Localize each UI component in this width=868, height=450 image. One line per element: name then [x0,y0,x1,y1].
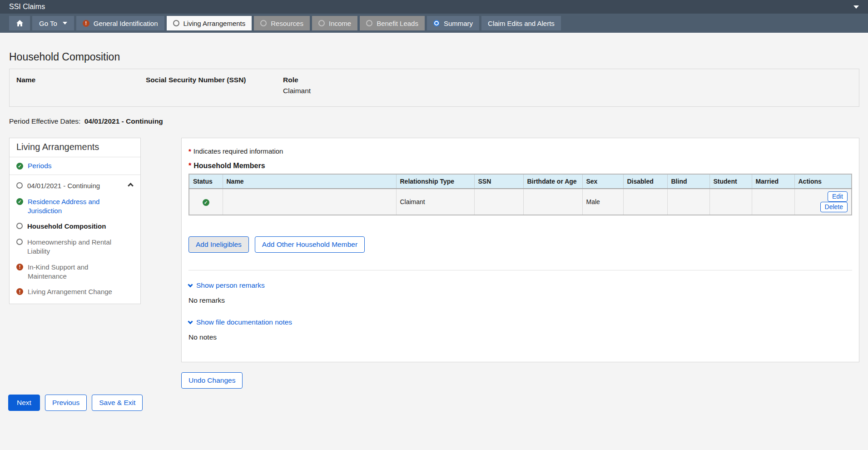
table-row: Claimant Male Edit Delete [189,189,852,215]
table-header-row: Status Name Relationship Type SSN Birthd… [189,174,852,189]
circle-icon [16,239,23,245]
alert-icon [16,264,23,270]
circle-icon [366,20,372,26]
role-value: Claimant [283,87,852,95]
circle-icon [318,20,325,26]
app-title: SSI Claims [9,3,45,11]
circle-icon [173,20,179,26]
edit-button[interactable]: Edit [828,191,848,202]
col-ssn: SSN [474,174,523,189]
check-circle-icon [16,163,23,170]
required-note: *Indicates required information [188,147,852,155]
person-header-role-col: Role Claimant [283,76,852,100]
person-header: Name Social Security Number (SSN) Role C… [9,69,859,107]
no-remarks-text: No remarks [188,296,852,305]
name-column-label: Name [16,76,146,84]
sidebar-item-living-arrangement-change[interactable]: Living Arrangement Change [16,287,134,296]
tab-claim-edits-and-alerts[interactable]: Claim Edits and Alerts [481,16,561,30]
check-circle-icon [16,198,23,205]
person-header-ssn-col: Social Security Number (SSN) [146,76,283,100]
actions-cell: Edit Delete [794,189,852,215]
undo-changes-button[interactable]: Undo Changes [181,372,243,389]
footer-actions: Next Previous Save & Exit [8,395,859,411]
sidebar-item-periods[interactable]: Periods [10,157,140,175]
home-icon [16,20,24,27]
period-effective-dates: Period Effective Dates: 04/01/2021 - Con… [9,117,859,125]
app-menu-caret-icon[interactable] [853,5,859,9]
add-other-household-member-button[interactable]: Add Other Household Member [255,236,365,253]
goto-label: Go To [39,20,57,27]
person-header-name-col: Name [16,76,146,100]
sidebar-item-residence-address[interactable]: Residence Address and Jurisdiction [16,197,134,215]
disabled-cell [623,189,667,215]
delete-button[interactable]: Delete [820,202,848,212]
tab-income[interactable]: Income [312,16,357,30]
sex-cell: Male [582,189,623,215]
col-name: Name [223,174,396,189]
period-label: Period Effective Dates: [9,117,80,125]
tab-resources[interactable]: Resources [254,16,310,30]
ssn-value [146,87,283,95]
tab-general-identification[interactable]: General Identification [76,16,164,30]
sidebar-item-household-composition[interactable]: Household Composition [16,222,134,231]
chevron-down-icon [188,282,193,287]
sidebar-title: Living Arrangements [10,138,140,157]
col-relationship-type: Relationship Type [396,174,474,189]
col-birthdate-or-age: Birthdate or Age [523,174,582,189]
sidebar: Living Arrangements Periods 04/01/2021 -… [9,138,141,304]
required-asterisk: * [188,162,191,170]
add-ineligibles-button[interactable]: Add Ineligibles [188,236,249,253]
periods-link[interactable]: Periods [28,162,52,170]
birthdate-cell [523,189,582,215]
show-file-documentation-notes-link[interactable]: Show file documentation notes [188,318,292,326]
circle-icon [16,182,23,189]
check-circle-icon [203,199,209,206]
circle-icon [16,223,23,229]
app-titlebar: SSI Claims [0,0,868,14]
chevron-down-icon [188,319,193,324]
sidebar-item-period-group[interactable]: 04/01/2021 - Continuing [16,181,134,190]
show-person-remarks-link[interactable]: Show person remarks [188,281,265,290]
main-nav: Go To General Identification Living Arra… [0,14,868,33]
main-panel: *Indicates required information *Househo… [181,138,859,362]
tab-living-arrangements[interactable]: Living Arrangements [167,16,252,30]
no-notes-text: No notes [188,333,852,341]
chevron-down-icon [63,22,67,25]
col-disabled: Disabled [623,174,667,189]
ssn-column-label: Social Security Number (SSN) [146,76,283,84]
next-button[interactable]: Next [8,395,40,411]
blind-cell [667,189,709,215]
col-actions: Actions [794,174,852,189]
goto-button[interactable]: Go To [32,16,74,30]
student-cell [709,189,752,215]
alert-icon [16,288,23,295]
previous-button[interactable]: Previous [45,395,87,411]
ssn-cell [474,189,523,215]
sidebar-item-homeownership[interactable]: Homeownership and Rental Liability [16,238,134,256]
col-blind: Blind [667,174,709,189]
name-cell [223,189,396,215]
married-cell [752,189,794,215]
save-exit-button[interactable]: Save & Exit [92,395,143,411]
circle-icon [260,20,267,26]
tab-benefit-leads[interactable]: Benefit Leads [360,16,425,30]
chevron-up-icon[interactable] [128,183,134,189]
household-members-title: *Household Members [188,162,852,170]
household-members-table: Status Name Relationship Type SSN Birthd… [188,174,852,215]
relationship-type-cell: Claimant [396,189,474,215]
name-value [16,87,146,95]
alert-icon [83,20,89,27]
radio-icon [433,20,440,26]
col-status: Status [189,174,223,189]
tab-summary[interactable]: Summary [427,16,479,30]
sidebar-item-in-kind-support[interactable]: In-Kind Support and Maintenance [16,263,134,281]
page-title: Household Composition [9,51,859,63]
home-button[interactable] [9,16,30,30]
required-asterisk: * [188,147,191,155]
col-married: Married [752,174,794,189]
col-sex: Sex [582,174,623,189]
col-student: Student [709,174,752,189]
period-value: 04/01/2021 - Continuing [84,117,163,125]
role-column-label: Role [283,76,852,84]
status-cell [189,189,223,215]
